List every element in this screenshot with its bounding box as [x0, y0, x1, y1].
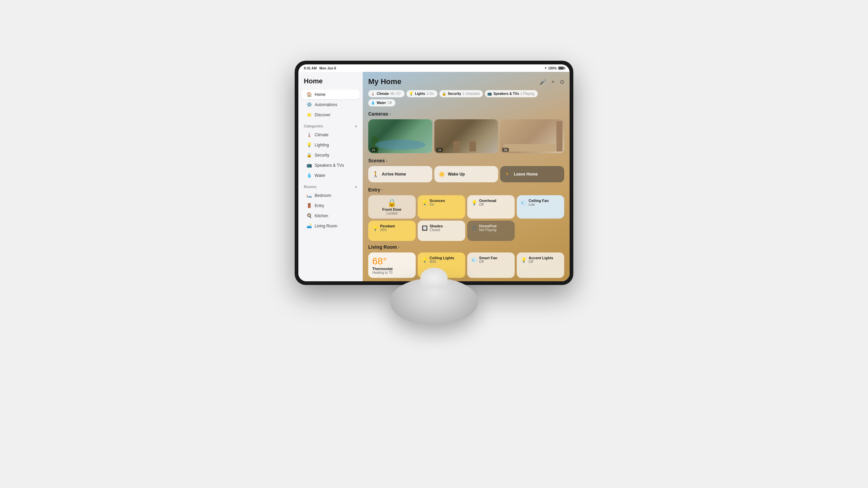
entry-icon: 🚪	[307, 203, 312, 208]
scene-leave-home[interactable]: 🚶 Leave Home	[500, 166, 564, 182]
lighting-icon: 💡	[307, 142, 312, 147]
chip-security-value: 1 Unlocked	[462, 92, 479, 96]
cameras-section-header[interactable]: Cameras ›	[368, 111, 564, 117]
scenes-label: Scenes	[368, 158, 385, 163]
device-sconces[interactable]: 💡 Sconces On	[418, 195, 465, 219]
chip-lights-icon: 💡	[409, 92, 414, 96]
homepod-name: HomePod	[479, 224, 496, 228]
ceiling-fan-status: Low	[529, 203, 549, 206]
chip-security[interactable]: 🔒 Security 1 Unlocked	[439, 90, 483, 97]
status-chips: 🌡️ Climate 68–72° 💡 Lights 3 On 🔒 Securi…	[368, 90, 564, 106]
entry-label: Entry	[368, 187, 380, 192]
categories-label: Categories	[304, 124, 323, 128]
bedroom-icon: 🛏️	[307, 193, 312, 198]
entry-section: Entry › 🔒 Front Door Locked	[368, 187, 564, 241]
pendant-name: Pendant	[380, 224, 395, 228]
scenes-chevron: ›	[386, 159, 388, 163]
smart-fan-name: Smart Fan	[479, 256, 497, 260]
sidebar-item-kitchen[interactable]: 🍳 Kitchen	[301, 211, 360, 221]
sidebar-item-water[interactable]: 💧 Water	[301, 170, 360, 180]
camera-garage[interactable]: 1s	[434, 119, 498, 153]
sidebar: Home 🏠 Home ⚙️ Automations ⭐ Discover	[298, 72, 363, 281]
accent-lights-name: Accent Lights	[529, 256, 553, 260]
sidebar-item-security[interactable]: 🔒 Security	[301, 150, 360, 160]
chip-security-label: Security	[448, 92, 461, 96]
ceiling-fan-icon: 💨	[521, 200, 527, 205]
sconces-status: On	[430, 203, 445, 206]
rooms-chevron: ∨	[355, 185, 357, 189]
leave-home-label: Leave Home	[514, 172, 538, 177]
living-room-section-header[interactable]: Living Room ›	[368, 244, 564, 250]
sidebar-item-automations[interactable]: ⚙️ Automations	[301, 100, 360, 109]
camera-pool[interactable]: 2s	[368, 119, 432, 153]
sidebar-item-climate[interactable]: 🌡️ Climate	[301, 130, 360, 140]
add-icon[interactable]: ＋	[550, 78, 556, 85]
sidebar-water-label: Water	[315, 173, 326, 178]
homepod-base	[390, 278, 478, 325]
status-time: 9:41 AM	[304, 66, 317, 70]
sidebar-rooms-header[interactable]: Rooms ∨	[298, 181, 362, 190]
living-room-section: Living Room › 68° Thermostat Heating to …	[368, 244, 564, 278]
automations-icon: ⚙️	[307, 102, 312, 107]
chip-speakers[interactable]: 📺 Speakers & TVs 1 Playing	[485, 90, 538, 97]
chip-water-value: Off	[387, 101, 392, 105]
thermostat-name: Thermostat	[372, 267, 412, 271]
chip-climate-icon: 🌡️	[371, 92, 375, 96]
chip-lights-label: Lights	[415, 92, 425, 96]
sidebar-item-lighting[interactable]: 💡 Lighting	[301, 140, 360, 150]
ipad-frame: 9:41 AM Mon Jun 6 ▾ 100% Home 🏠	[295, 61, 573, 285]
device-accent-lights[interactable]: 💡 Accent Lights Off	[517, 252, 564, 278]
sidebar-security-label: Security	[315, 153, 329, 158]
sidebar-home-label: Home	[315, 92, 326, 97]
sidebar-item-living-room[interactable]: 🛋️ Living Room	[301, 221, 360, 231]
camera-pool-label: 2s	[370, 148, 377, 152]
device-front-door[interactable]: 🔒 Front Door Locked	[368, 195, 416, 219]
overhead-status: Off	[479, 203, 496, 206]
chip-speakers-label: Speakers & TVs	[493, 92, 519, 96]
sidebar-kitchen-label: Kitchen	[315, 214, 328, 218]
wifi-icon: ▾	[545, 66, 547, 70]
device-overhead[interactable]: 💡 Overhead Off	[467, 195, 515, 219]
chip-lights[interactable]: 💡 Lights 3 On	[407, 90, 437, 97]
chip-water-icon: 💧	[371, 101, 375, 105]
status-bar: 9:41 AM Mon Jun 6 ▾ 100%	[298, 64, 570, 72]
settings-icon[interactable]: ⊙	[560, 79, 564, 85]
device-ceiling-fan[interactable]: 💨 Ceiling Fan Low	[517, 195, 564, 219]
chip-water[interactable]: 💧 Water Off	[368, 99, 395, 106]
home-icon: 🏠	[307, 92, 312, 97]
living-room-devices-grid: 68° Thermostat Heating to 70 💡 Ceiling L…	[368, 252, 564, 278]
sidebar-speakers-label: Speakers & TVs	[315, 163, 344, 168]
scenes-section-header[interactable]: Scenes ›	[368, 158, 564, 163]
pendant-icon: 💡	[372, 225, 378, 231]
siri-icon[interactable]: 🎤	[539, 79, 546, 85]
device-pendant[interactable]: 💡 Pendant 25%	[368, 221, 416, 241]
panel-actions: 🎤 ＋ ⊙	[539, 78, 564, 85]
entry-section-header[interactable]: Entry ›	[368, 187, 564, 192]
sidebar-item-home[interactable]: 🏠 Home	[301, 89, 360, 99]
overhead-name: Overhead	[479, 199, 496, 203]
sidebar-item-speakers[interactable]: 📺 Speakers & TVs	[301, 160, 360, 170]
accent-lights-status: Off	[529, 260, 553, 264]
main-panel: My Home 🎤 ＋ ⊙ 🌡️ Climate 68–72°	[363, 72, 570, 281]
main-content: Home 🏠 Home ⚙️ Automations ⭐ Discover	[298, 72, 570, 281]
sidebar-title: Home	[298, 77, 362, 89]
rooms-label: Rooms	[304, 185, 316, 189]
sconces-icon: 💡	[422, 200, 428, 205]
sidebar-item-bedroom[interactable]: 🛏️ Bedroom	[301, 190, 360, 200]
panel-title: My Home	[368, 77, 401, 86]
sidebar-item-discover[interactable]: ⭐ Discover	[301, 110, 360, 120]
device-homepod[interactable]: 🎵 HomePod Not Playing	[467, 221, 515, 241]
camera-living[interactable]: 3s	[500, 119, 564, 153]
device-shades[interactable]: 🔲 Shades Closed	[418, 221, 465, 241]
sidebar-item-entry[interactable]: 🚪 Entry	[301, 201, 360, 210]
ceiling-lights-icon: 💡	[422, 257, 428, 263]
smart-fan-status: Off	[479, 260, 497, 264]
chip-climate[interactable]: 🌡️ Climate 68–72°	[368, 90, 405, 97]
scene-wake-up[interactable]: ☀️ Wake Up	[434, 166, 498, 182]
device-thermostat[interactable]: 68° Thermostat Heating to 70	[368, 252, 416, 278]
living-room-chevron: ›	[398, 245, 400, 249]
shades-status: Closed	[430, 228, 443, 232]
scene-arrive-home[interactable]: 🚶 Arrive Home	[368, 166, 432, 182]
device-smart-fan[interactable]: 💨 Smart Fan Off	[467, 252, 515, 278]
sidebar-categories-header[interactable]: Categories ∨	[298, 120, 362, 129]
